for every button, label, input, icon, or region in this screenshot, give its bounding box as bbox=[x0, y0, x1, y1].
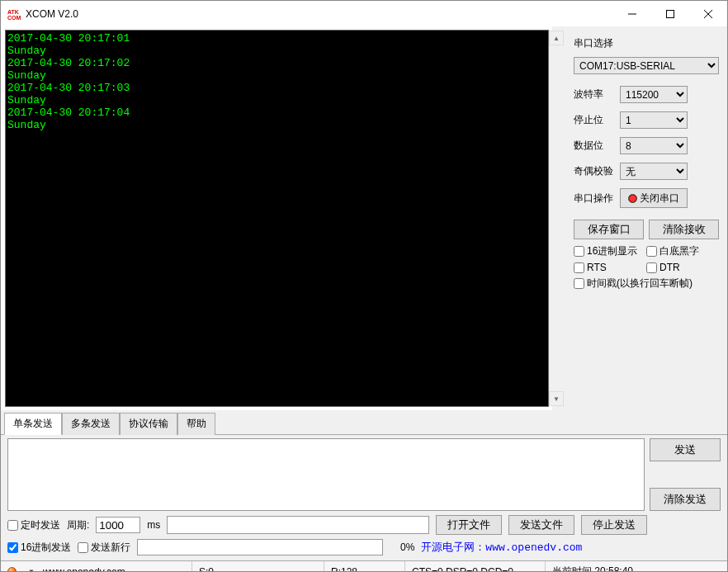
hex-send-checkbox[interactable]: 16进制发送 bbox=[7, 541, 71, 555]
data-select[interactable]: 8 bbox=[620, 137, 688, 154]
close-button[interactable] bbox=[689, 1, 727, 26]
dtr-checkbox[interactable]: DTR bbox=[646, 262, 719, 273]
window-title: XCOM V2.0 bbox=[26, 8, 613, 20]
chevron-down-icon[interactable]: ▼ bbox=[28, 568, 35, 572]
record-icon bbox=[628, 194, 637, 203]
status-rx: R:128 bbox=[324, 561, 405, 572]
website-link[interactable]: 开源电子网：www.openedv.com bbox=[421, 540, 582, 555]
terminal-scrollbar[interactable]: ▲ ▼ bbox=[549, 31, 564, 406]
port-select[interactable]: COM17:USB-SERIAL bbox=[574, 57, 719, 74]
send-file-button[interactable]: 发送文件 bbox=[508, 515, 574, 535]
tab-help[interactable]: 帮助 bbox=[177, 413, 215, 435]
stop-send-button[interactable]: 停止发送 bbox=[581, 515, 647, 535]
white-bg-checkbox[interactable]: 白底黑字 bbox=[646, 244, 719, 258]
status-icon bbox=[7, 567, 17, 572]
scroll-up-icon[interactable]: ▲ bbox=[549, 31, 564, 45]
op-label: 串口操作 bbox=[574, 191, 620, 206]
parity-select[interactable]: 无 bbox=[620, 163, 688, 180]
svg-rect-3 bbox=[667, 10, 674, 17]
port-operate-button[interactable]: 关闭串口 bbox=[620, 188, 688, 208]
hex-display-checkbox[interactable]: 16进制显示 bbox=[574, 244, 646, 258]
status-lines: CTS=0 DSR=0 DCD=0 bbox=[405, 561, 546, 572]
status-time: 当前时间 20:58:40 bbox=[546, 561, 727, 572]
titlebar: ATKCOM XCOM V2.0 bbox=[1, 1, 727, 26]
stop-select[interactable]: 1 bbox=[620, 111, 688, 129]
terminal-output[interactable]: 2017-04-30 20:17:01 Sunday 2017-04-30 20… bbox=[6, 31, 548, 406]
open-file-button[interactable]: 打开文件 bbox=[436, 515, 502, 535]
file-path-input[interactable] bbox=[167, 516, 429, 534]
status-tx: S:0 bbox=[192, 561, 324, 572]
scroll-down-icon[interactable]: ▼ bbox=[549, 391, 564, 406]
stop-label: 停止位 bbox=[574, 113, 620, 127]
timed-send-checkbox[interactable]: 定时发送 bbox=[7, 518, 60, 532]
status-bar: ▼ www.openedv.com S:0 R:128 CTS=0 DSR=0 … bbox=[1, 560, 727, 572]
app-icon: ATKCOM bbox=[7, 7, 21, 21]
send-button[interactable]: 发送 bbox=[650, 438, 721, 461]
progress-pct: 0% bbox=[390, 541, 414, 553]
minimize-button[interactable] bbox=[613, 1, 651, 26]
parity-label: 奇偶校验 bbox=[574, 164, 620, 178]
period-label: 周期: bbox=[67, 518, 89, 532]
period-input[interactable] bbox=[96, 517, 140, 533]
tab-multi-send[interactable]: 多条发送 bbox=[62, 413, 120, 435]
send-input[interactable] bbox=[7, 438, 645, 511]
period-unit: ms bbox=[147, 519, 160, 531]
save-window-button[interactable]: 保存窗口 bbox=[574, 220, 644, 239]
maximize-button[interactable] bbox=[651, 1, 689, 26]
send-newline-checkbox[interactable]: 发送新行 bbox=[78, 541, 130, 555]
timestamp-checkbox[interactable]: 时间戳(以换行回车断帧) bbox=[574, 277, 719, 291]
progress-bar bbox=[137, 539, 383, 555]
rts-checkbox[interactable]: RTS bbox=[574, 262, 646, 273]
port-group-title: 串口选择 bbox=[574, 36, 719, 50]
svg-text:ATK: ATK bbox=[7, 9, 19, 15]
status-url[interactable]: www.openedv.com bbox=[43, 566, 125, 573]
baud-select[interactable]: 115200 bbox=[620, 86, 688, 103]
tab-protocol[interactable]: 协议传输 bbox=[120, 413, 177, 435]
clear-receive-button[interactable]: 清除接收 bbox=[649, 220, 719, 239]
tab-single-send[interactable]: 单条发送 bbox=[4, 413, 62, 435]
side-panel: 串口选择 COM17:USB-SERIAL 波特率 115200 停止位 1 数… bbox=[552, 26, 727, 410]
data-label: 数据位 bbox=[574, 139, 620, 153]
svg-text:COM: COM bbox=[7, 15, 21, 21]
clear-send-button[interactable]: 清除发送 bbox=[650, 488, 721, 511]
baud-label: 波特率 bbox=[574, 87, 620, 102]
port-operate-label: 关闭串口 bbox=[640, 191, 679, 206]
